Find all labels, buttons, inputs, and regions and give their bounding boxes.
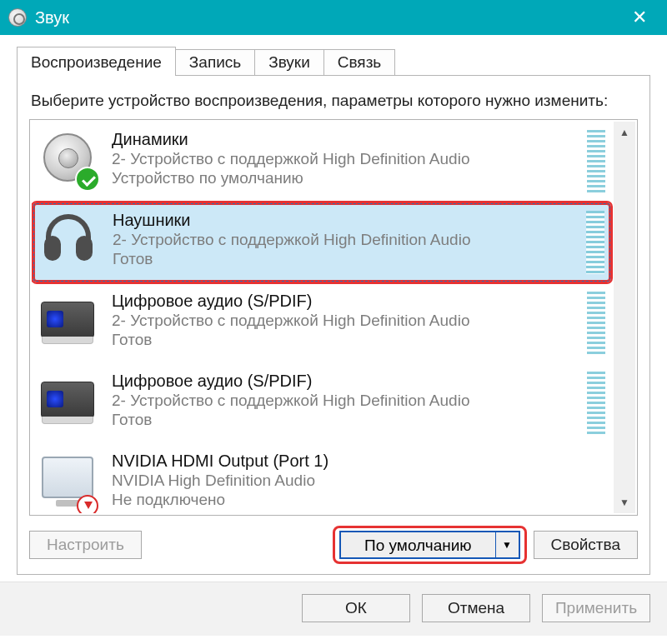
tabs: Воспроизведение Запись Звуки Связь — [17, 47, 650, 76]
tab-playback[interactable]: Воспроизведение — [17, 47, 176, 76]
level-meter — [586, 211, 604, 274]
window-title: Звук — [35, 8, 615, 27]
dialog-buttons: ОК Отмена Применить — [0, 582, 667, 636]
device-text: Цифровое аудио (S/PDIF) 2- Устройство с … — [112, 370, 580, 429]
device-status: Готов — [113, 250, 579, 268]
device-desc: 2- Устройство с поддержкой High Definiti… — [112, 311, 580, 331]
tab-panel-playback: Выберите устройство воспроизведения, пар… — [17, 75, 650, 575]
disconnected-badge-icon — [77, 495, 98, 513]
level-meter — [587, 130, 605, 193]
set-default-button[interactable]: По умолчанию ▼ — [339, 531, 520, 559]
configure-button[interactable]: Настроить — [29, 531, 142, 559]
device-item[interactable]: Динамики 2- Устройство с поддержкой High… — [32, 122, 612, 202]
device-item[interactable]: Наушники 2- Устройство с поддержкой High… — [32, 202, 612, 283]
device-status: Не подключено — [112, 491, 607, 509]
chevron-down-icon[interactable]: ▼ — [495, 532, 519, 557]
device-item[interactable]: Цифровое аудио (S/PDIF) 2- Устройство с … — [32, 283, 612, 363]
device-item[interactable]: Цифровое аудио (S/PDIF) 2- Устройство с … — [32, 363, 612, 443]
device-status: Устройство по умолчанию — [112, 169, 580, 187]
device-list-container: Динамики 2- Устройство с поддержкой High… — [29, 119, 638, 516]
device-status: Готов — [112, 411, 580, 429]
level-meter — [587, 372, 605, 435]
app-icon — [8, 8, 27, 27]
ok-button[interactable]: ОК — [302, 594, 410, 622]
device-text: Динамики 2- Устройство с поддержкой High… — [112, 128, 580, 187]
instruction-text: Выберите устройство воспроизведения, пар… — [31, 91, 636, 111]
device-name: Цифровое аудио (S/PDIF) — [112, 372, 580, 391]
spdif-icon — [38, 370, 97, 432]
device-item[interactable]: NVIDIA HDMI Output (Port 1) NVIDIA High … — [32, 443, 612, 513]
device-name: Наушники — [113, 211, 579, 230]
device-desc: 2- Устройство с поддержкой High Definiti… — [112, 149, 580, 169]
device-text: Наушники 2- Устройство с поддержкой High… — [113, 209, 579, 268]
titlebar[interactable]: Звук ✕ — [0, 0, 667, 35]
spdif-icon — [38, 290, 97, 352]
device-desc: 2- Устройство с поддержкой High Definiti… — [112, 391, 580, 411]
speaker-icon — [38, 128, 97, 190]
scrollbar[interactable]: ▲ ▼ — [614, 122, 635, 513]
headphones-icon — [39, 209, 98, 271]
scroll-up-icon[interactable]: ▲ — [614, 122, 635, 143]
monitor-icon — [38, 450, 97, 512]
device-name: NVIDIA HDMI Output (Port 1) — [112, 452, 607, 471]
dialog-content: Воспроизведение Запись Звуки Связь Выбер… — [0, 35, 667, 575]
device-desc: NVIDIA High Definition Audio — [112, 471, 607, 491]
device-text: Цифровое аудио (S/PDIF) 2- Устройство с … — [112, 290, 580, 349]
device-status: Готов — [112, 331, 580, 349]
apply-button[interactable]: Применить — [542, 594, 650, 622]
tab-communications[interactable]: Связь — [323, 49, 396, 76]
default-badge-icon — [75, 167, 100, 192]
scroll-down-icon[interactable]: ▼ — [614, 492, 635, 513]
device-list[interactable]: Динамики 2- Устройство с поддержкой High… — [32, 122, 635, 513]
panel-buttons: Настроить По умолчанию ▼ Свойства — [29, 531, 638, 559]
close-button[interactable]: ✕ — [615, 0, 664, 35]
device-name: Цифровое аудио (S/PDIF) — [112, 292, 580, 311]
set-default-label: По умолчанию — [341, 532, 495, 557]
cancel-button[interactable]: Отмена — [422, 594, 530, 622]
set-default-wrapper: По умолчанию ▼ — [339, 531, 520, 559]
tab-recording[interactable]: Запись — [175, 49, 255, 76]
device-desc: 2- Устройство с поддержкой High Definiti… — [113, 230, 579, 250]
level-meter — [587, 292, 605, 355]
device-name: Динамики — [112, 130, 580, 149]
properties-button[interactable]: Свойства — [534, 531, 638, 559]
device-text: NVIDIA HDMI Output (Port 1) NVIDIA High … — [112, 450, 607, 509]
tab-sounds[interactable]: Звуки — [254, 49, 324, 76]
